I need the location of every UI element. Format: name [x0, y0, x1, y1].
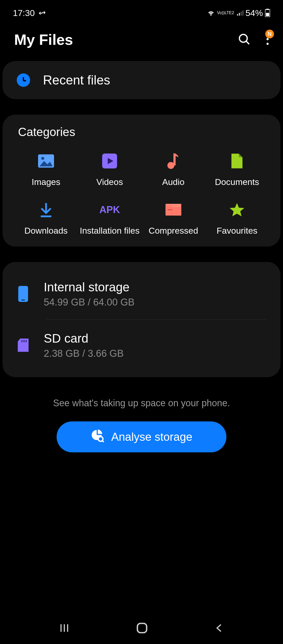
app-header: My Files N [0, 23, 283, 61]
documents-icon [231, 153, 243, 169]
category-audio[interactable]: Audio [143, 153, 204, 188]
svg-point-13 [41, 157, 44, 160]
favourites-icon [228, 202, 245, 218]
home-icon [136, 622, 148, 635]
category-label: Videos [96, 176, 123, 188]
wifi-icon [207, 9, 215, 17]
svg-rect-24 [21, 340, 23, 342]
svg-rect-2 [241, 12, 242, 15]
storage-usage: 2.38 GB / 3.66 GB [44, 348, 266, 359]
page-title: My Files [14, 31, 73, 48]
category-images[interactable]: Images [15, 153, 77, 188]
signal-icon [236, 9, 243, 16]
data-sync-icon [38, 9, 46, 17]
category-label: Audio [162, 176, 184, 188]
battery-icon [265, 9, 270, 17]
back-icon [214, 622, 224, 635]
svg-point-29 [99, 437, 102, 441]
search-button[interactable] [237, 32, 251, 47]
categories-card: Categories Images Videos [3, 115, 280, 247]
category-label: Downloads [24, 225, 68, 236]
svg-point-21 [171, 209, 172, 210]
storage-sdcard[interactable]: SD card 2.38 GB / 3.66 GB [17, 325, 266, 366]
storage-card: Internal storage 54.99 GB / 64.00 GB SD … [3, 262, 280, 377]
recents-icon [59, 622, 70, 635]
storage-title: SD card [44, 331, 266, 345]
downloads-icon [38, 202, 54, 218]
notification-badge: N [265, 30, 274, 38]
svg-rect-3 [242, 11, 243, 16]
category-downloads[interactable]: Downloads [15, 202, 77, 236]
svg-point-10 [267, 38, 269, 40]
category-label: Compressed [148, 225, 198, 236]
phone-icon [17, 286, 30, 302]
search-icon [237, 32, 251, 47]
svg-point-7 [240, 34, 247, 42]
svg-rect-1 [239, 13, 240, 16]
status-bar: 17:30 Vo))LTE2 54% [0, 0, 283, 23]
pie-search-icon [91, 429, 104, 445]
svg-rect-33 [137, 623, 147, 633]
svg-rect-23 [21, 300, 25, 301]
status-time: 17:30 [13, 8, 35, 18]
nav-back-button[interactable] [214, 622, 224, 635]
analyse-hint: See what's taking up space on your phone… [0, 398, 283, 409]
recent-files-card[interactable]: Recent files [3, 61, 280, 99]
svg-point-11 [267, 43, 269, 45]
compressed-icon [165, 202, 182, 218]
storage-usage: 54.99 GB / 64.00 GB [44, 297, 266, 308]
svg-line-28 [102, 441, 104, 443]
svg-rect-26 [25, 340, 27, 342]
nav-recents-button[interactable] [59, 622, 70, 635]
category-label: Installation files [80, 225, 139, 236]
category-favourites[interactable]: Favourites [207, 202, 268, 236]
svg-rect-0 [237, 14, 238, 16]
storage-internal[interactable]: Internal storage 54.99 GB / 64.00 GB [17, 274, 266, 314]
category-label: Favourites [217, 225, 258, 236]
svg-rect-6 [266, 13, 269, 16]
svg-line-8 [246, 41, 249, 44]
recent-files-label: Recent files [43, 73, 110, 88]
svg-rect-25 [23, 340, 25, 342]
category-label: Images [32, 176, 60, 188]
analyse-storage-button[interactable]: Analyse storage [57, 421, 226, 452]
category-compressed[interactable]: Compressed [143, 202, 204, 236]
nav-home-button[interactable] [136, 622, 148, 635]
categories-title: Categories [15, 125, 268, 139]
battery-percent: 54% [245, 8, 263, 18]
storage-title: Internal storage [44, 280, 266, 294]
images-icon [38, 153, 54, 169]
svg-point-15 [167, 162, 174, 169]
category-installation-files[interactable]: APK Installation files [79, 202, 140, 236]
category-label: Documents [215, 176, 259, 188]
svg-point-20 [169, 209, 170, 210]
audio-icon [167, 153, 180, 169]
clock-icon [17, 73, 30, 87]
apk-icon: APK [99, 202, 120, 218]
system-nav-bar [0, 613, 283, 644]
svg-point-19 [167, 209, 169, 210]
analyse-button-label: Analyse storage [111, 430, 192, 443]
sdcard-icon [17, 338, 30, 352]
category-documents[interactable]: Documents [207, 153, 268, 188]
category-videos[interactable]: Videos [79, 153, 140, 188]
divider [46, 319, 266, 320]
videos-icon [102, 153, 117, 169]
more-options-button[interactable]: N [266, 33, 269, 46]
volte-icon: Vo))LTE2 [217, 11, 234, 15]
